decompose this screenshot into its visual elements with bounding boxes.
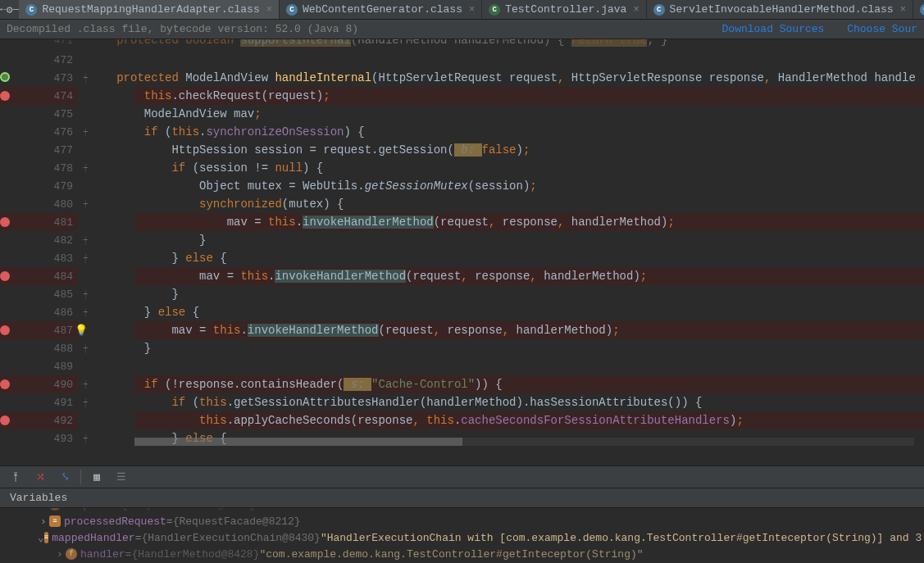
line-number: 471 [0,39,73,47]
fold-icon[interactable]: − [83,344,88,353]
fold-icon[interactable]: − [83,290,88,299]
line-number: 472 [0,54,73,66]
separator [80,470,81,484]
list-view-icon[interactable]: ☰ [112,468,130,486]
breakpoint-icon[interactable] [0,325,10,335]
back-icon[interactable]: ← [0,0,7,20]
var-name: mappedHandler [52,532,134,544]
scrollbar-thumb[interactable] [134,438,462,446]
close-icon[interactable]: × [900,4,906,16]
class-file-icon: C [25,4,37,16]
fold-icon[interactable]: − [83,236,88,245]
var-name: handler [80,548,125,561]
close-icon[interactable]: × [469,4,475,16]
object-icon: p [49,508,61,511]
editor-tabs-bar: ← ⚙ — C RequestMappingHandlerAdapter.cla… [0,0,924,20]
var-value: {HandlerExecutionChain@8430} [141,532,320,544]
fold-icon[interactable]: − [83,254,88,263]
fold-icon[interactable]: − [83,74,88,83]
tab-invocable[interactable]: C InvocableHandle [913,0,924,20]
fold-icon[interactable]: − [83,164,88,173]
horizontal-scrollbar[interactable] [134,438,914,446]
tab-label: ServletInvocableHandlerMethod.class [670,3,894,16]
fold-icon[interactable]: − [83,200,88,209]
breakpoint-icon[interactable] [0,379,10,389]
var-value: {RequestFacade@8212} [173,515,301,528]
tab-webcontent[interactable]: C WebContentGenerator.class × [280,0,482,20]
var-name: response [64,508,115,511]
object-icon: f [66,548,77,560]
variables-title: Variables [10,492,67,504]
fold-icon[interactable]: − [83,398,88,407]
tab-label: RequestMappingHandlerAdapter.class [42,3,259,16]
tab-label: WebContentGenerator.class [303,3,462,16]
choose-sources-link[interactable]: Choose Sour [847,23,917,35]
expand-icon[interactable]: ⌄ [38,531,44,544]
gear-icon[interactable]: ⚙ [7,0,13,20]
decompile-info-text: Decompiled .class file, bytecode version… [7,23,358,35]
expand-icon[interactable]: › [54,548,66,561]
var-value: {ResponseFacade@8213} [121,508,256,511]
breakpoint-icon[interactable] [0,271,10,281]
var-string: "HandlerExecutionChain with [com.example… [321,532,924,544]
grid-view-icon[interactable]: ▦ [88,468,106,486]
expand-icon[interactable]: › [38,515,49,528]
tab-label: TestController.java [505,3,626,16]
field-icon: ≡ [49,515,61,527]
fold-icon[interactable]: − [83,380,88,389]
restore-layout-icon[interactable]: ⭱ [7,468,25,486]
variables-panel[interactable]: › p response = {ResponseFacade@8213} › ≡… [0,508,924,563]
class-file-icon: C [920,4,924,16]
bulb-icon[interactable]: 💡 [75,324,88,337]
fold-icon[interactable]: − [83,308,88,317]
download-sources-link[interactable]: Download Sources [722,23,825,35]
debug-toolbar: ⭱ ⤭ ⤥ ▦ ☰ [0,465,924,488]
minimize-icon[interactable]: — [13,0,20,20]
var-string: "com.example.demo.kang.TestController#ge… [259,548,643,561]
var-name: processedRequest [64,515,166,528]
breakpoint-icon[interactable] [0,415,10,425]
tab-request-mapping[interactable]: C RequestMappingHandlerAdapter.class × [19,0,279,20]
code-editor[interactable]: 471 protected boolean supportsInternal(H… [0,39,924,446]
close-icon[interactable]: × [266,4,272,16]
field-icon: ≡ [44,532,48,543]
variables-panel-header: Variables [0,488,924,508]
close-icon[interactable]: × [633,4,639,16]
decompile-info-bar: Decompiled .class file, bytecode version… [0,20,924,39]
class-file-icon: C [286,4,298,16]
fold-icon[interactable]: − [83,434,88,443]
class-file-icon: C [653,4,665,16]
tab-servlet-invocable[interactable]: C ServletInvocableHandlerMethod.class × [647,0,913,20]
step-into-icon[interactable]: ⤥ [56,468,74,486]
var-value: {HandlerMethod@8428} [131,548,259,561]
run-gutter-icon[interactable] [0,72,10,82]
fold-icon[interactable]: − [83,128,88,137]
breakpoint-icon[interactable] [0,217,10,227]
java-file-icon: C [489,4,500,16]
breakpoint-icon[interactable] [0,91,10,101]
step-over-icon[interactable]: ⤭ [31,468,49,486]
tab-testcontroller[interactable]: C TestController.java × [482,0,646,20]
expand-icon[interactable]: › [38,508,49,511]
